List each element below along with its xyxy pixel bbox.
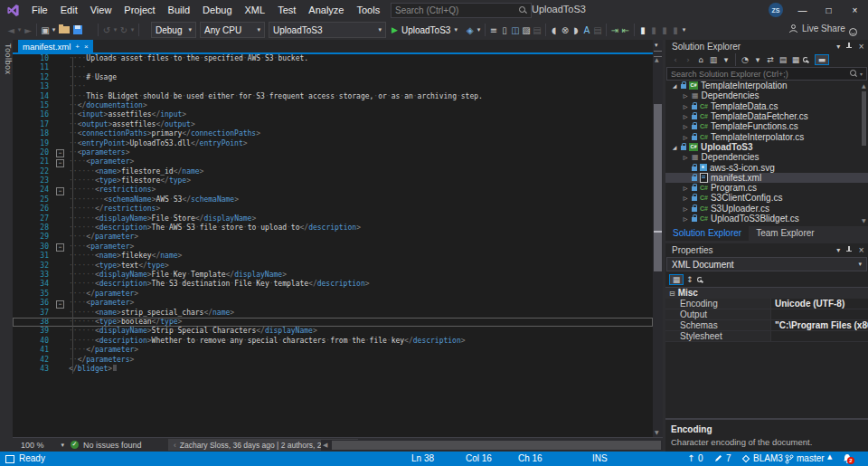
folding-margin[interactable]: − (52, 243, 69, 252)
startup-project-select[interactable]: UploadToS3▾ (269, 22, 386, 38)
code-line-10[interactable]: 10····Uploads·asset·files·to·the·specifi… (13, 54, 653, 63)
start-debugging-button[interactable]: ▶ UploadToS3 ▾ (392, 25, 458, 35)
clear-bookmarks-icon[interactable]: ▮ (670, 25, 681, 35)
scroll-left-icon[interactable]: ◀ (323, 442, 327, 449)
collapse-region-icon[interactable]: − (56, 159, 64, 167)
message-icon[interactable]: ◗ (571, 25, 581, 35)
tree-item-templateinterpolator-cs[interactable]: ▷C#TemplateInterpolator.cs (665, 131, 868, 141)
tree-item-uploadtos3blidget-cs[interactable]: ▷C#UploadToS3Blidget.cs (665, 214, 868, 223)
new-project-dropdown[interactable]: ▾ (51, 26, 57, 33)
repository-icon[interactable] (741, 454, 750, 465)
switch-views-dropdown[interactable]: ▾ (720, 55, 732, 64)
status-character[interactable]: Ch 16 (518, 453, 542, 463)
maximize-button[interactable]: □ (816, 0, 842, 20)
code-line-42[interactable]: 42··</parameters> (13, 356, 653, 365)
code-line-28[interactable]: 28······<description>The·AWS·S3·file·sto… (13, 223, 653, 233)
pending-changes-filter-icon[interactable]: ◔ (739, 55, 751, 64)
forward-icon[interactable]: › (682, 55, 694, 64)
outdent-icon[interactable]: ⇤ (620, 25, 631, 35)
tree-item-s3clientconfig-cs[interactable]: ▷C#S3ClientConfig.cs (665, 193, 868, 203)
property-row-stylesheet[interactable]: Stylesheet (665, 331, 868, 342)
property-pages-icon[interactable] (696, 276, 709, 284)
code-line-31[interactable]: 31······<name>filekey</name> (13, 252, 653, 261)
folding-margin[interactable]: − (52, 157, 69, 166)
uncomment-icon[interactable]: ⊗ (560, 25, 571, 35)
tree-item-s3uploader-cs[interactable]: ▷C#S3Uploader.cs (665, 204, 868, 214)
solution-explorer-search-input[interactable]: Search Solution Explorer (Ctrl+;) ▾ (666, 67, 867, 81)
pending-changes-dropdown[interactable]: ▾ (751, 55, 764, 64)
scroll-down-icon[interactable]: ▼ (655, 429, 659, 435)
editor-horizontal-scrollbar[interactable]: ◀ ▶ (321, 440, 673, 451)
nav-forward-icon[interactable]: ► (23, 25, 33, 35)
properties-object-select[interactable]: XML Document▾ (666, 257, 867, 271)
code-line-36[interactable]: 36−····<parameter> (13, 299, 653, 308)
expand-icon[interactable]: ▷ (682, 215, 689, 222)
close-icon[interactable]: × (858, 246, 864, 254)
tree-item-templateinterpolation[interactable]: ◢C#TemplateInterpolation (665, 81, 868, 90)
undo-dropdown[interactable]: ▾ (112, 26, 118, 33)
bookmark-icon[interactable]: ▮ (637, 25, 648, 35)
properties-header[interactable]: Properties ▾× (665, 243, 868, 256)
tree-item-aws-s3-icon-svg[interactable]: aws-s3-icon.svg (665, 162, 868, 172)
indent-icon[interactable]: ⇥ (609, 25, 620, 35)
nav-backward-icon[interactable]: ◄ (5, 25, 16, 35)
pending-edits-count[interactable]: 7 (726, 453, 731, 463)
code-line-30[interactable]: 30−····<parameter> (13, 243, 653, 252)
attach-dropdown[interactable]: ▾ (476, 26, 482, 33)
expand-icon[interactable]: ▷ (682, 154, 689, 160)
pending-edits-icon[interactable] (714, 454, 722, 464)
code-line-26[interactable]: 26······</restrictions> (13, 204, 653, 214)
collapse-region-icon[interactable]: − (56, 243, 64, 252)
document-health-check-icon[interactable]: ✓ (71, 441, 79, 449)
expand-icon[interactable]: ▷ (682, 185, 689, 191)
expand-icon[interactable]: ▷ (682, 134, 689, 140)
editor-vertical-scrollbar[interactable]: ▾ ▲ ▼ (653, 40, 663, 437)
code-line-35[interactable]: 35····</parameter> (13, 290, 653, 299)
collapse-region-icon[interactable]: − (56, 187, 64, 195)
new-file-icon[interactable]: ▯ (499, 25, 510, 35)
collapse-region-icon[interactable]: − (56, 149, 64, 157)
code-line-24[interactable]: 24−······<restrictions> (13, 185, 653, 195)
code-line-11[interactable]: 11···· (13, 63, 653, 72)
pin-tab-icon[interactable]: + (75, 43, 80, 51)
code-line-22[interactable]: 22······<name>filestore_id</name> (13, 167, 653, 176)
code-line-15[interactable]: 15··</documentation> (13, 101, 653, 110)
toolbar-overflow-dropdown[interactable]: ▾ (681, 26, 687, 33)
push-commits-icon[interactable]: ↑ (687, 453, 694, 463)
expand-icon[interactable]: ▷ (682, 205, 689, 212)
code-line-37[interactable]: 37······<name>strip_special_chars</name> (13, 309, 653, 318)
scroll-up-icon[interactable]: ▲ (655, 56, 659, 62)
code-line-12[interactable]: 12····#·Usage (13, 73, 653, 82)
code-line-39[interactable]: 39······<displayName>Strip·Special·Chara… (13, 327, 653, 336)
toolbox-tab[interactable]: Toolbox (1, 43, 13, 75)
tree-item-dependencies[interactable]: ▷▦Dependencies (665, 90, 868, 100)
property-value[interactable]: Unicode (UTF-8) (771, 299, 868, 309)
code-line-33[interactable]: 33······<displayName>File·Key·Template</… (13, 271, 653, 280)
expand-icon[interactable]: ▷ (682, 103, 689, 109)
code-line-27[interactable]: 27······<displayName>File·Store</display… (13, 214, 653, 223)
quick-search-input[interactable]: Search (Ctrl+Q) (391, 3, 532, 18)
document-tab-manifest[interactable]: manifest.xml + × (18, 40, 93, 52)
show-all-files-icon[interactable]: ▦ (789, 55, 802, 64)
menu-debug[interactable]: Debug (196, 0, 238, 20)
feedback-icon[interactable] (848, 24, 858, 41)
expand-icon[interactable]: ▷ (682, 92, 689, 99)
code-editor[interactable]: 10····Uploads·asset·files·to·the·specifi… (13, 54, 653, 437)
property-row-schemas[interactable]: Schemas"C:\Program Files (x86)\Microsof (665, 320, 868, 331)
categorized-icon[interactable]: ▦ (669, 274, 684, 285)
redo-icon[interactable]: ↻ (118, 25, 129, 35)
property-value[interactable]: "C:\Program Files (x86)\Microsof (771, 320, 868, 330)
tool-tab-solution-explorer[interactable]: Solution Explorer (665, 226, 749, 241)
collapse-icon[interactable]: ◢ (671, 144, 678, 150)
property-value[interactable] (771, 309, 868, 319)
zoom-level-select[interactable]: 100 %▾ (18, 440, 67, 450)
property-value[interactable] (771, 331, 868, 341)
splitter-dropdown-icon[interactable]: ▾ (655, 42, 658, 49)
menu-project[interactable]: Project (118, 0, 161, 20)
switch-views-icon[interactable]: ▥ (707, 55, 720, 64)
scrollbar-thumb[interactable] (654, 104, 662, 271)
sync-with-active-document-icon[interactable]: ⇄ (764, 55, 777, 64)
scroll-down-icon[interactable]: ▼ (862, 217, 866, 223)
menu-build[interactable]: Build (162, 0, 196, 20)
tree-item-dependencies[interactable]: ▷▦Dependencies (665, 152, 868, 162)
